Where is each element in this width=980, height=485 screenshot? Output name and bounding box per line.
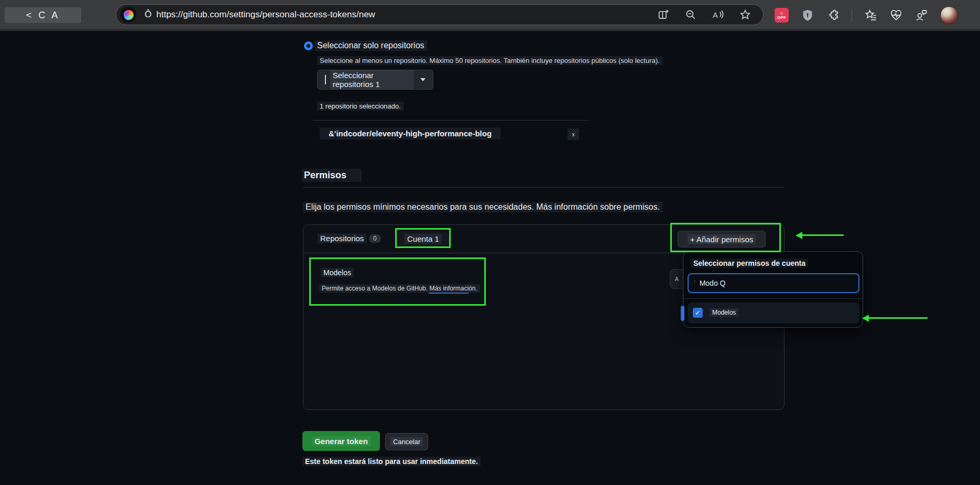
browser-nav-controls[interactable]: < C A <box>5 7 81 23</box>
selected-count-text: 1 repositorio seleccionado. <box>317 102 404 111</box>
password-shield-icon[interactable] <box>801 9 814 21</box>
extension-off-badge[interactable]: ☼ OFF <box>775 8 789 23</box>
permission-search-input[interactable] <box>700 279 853 287</box>
annotation-arrow-option <box>868 317 928 319</box>
feedback-person-icon[interactable] <box>915 9 928 21</box>
annotation-arrow-add-permissions <box>802 234 844 236</box>
radio-label[interactable]: Seleccionar solo repositorios <box>314 40 427 51</box>
select-repositories-button[interactable]: Seleccionar repositorios 1 <box>317 70 433 90</box>
copilot-icon[interactable] <box>121 7 136 23</box>
svg-text:A: A <box>713 11 718 19</box>
profile-avatar[interactable] <box>940 6 958 24</box>
url-text: https://github.com/settings/personal-acc… <box>156 9 375 20</box>
models-permission-title: Modelos <box>321 268 354 277</box>
permission-option-label: Modelos <box>710 308 738 317</box>
permissions-heading-divider <box>303 187 785 188</box>
cursor-artifact <box>325 75 326 84</box>
chevron-down-icon <box>420 78 426 81</box>
popover-title: Seleccionar permisos de cuenta <box>691 258 808 268</box>
browser-essentials-icon[interactable] <box>890 9 902 21</box>
generate-token-button[interactable]: Generar token <box>302 431 380 451</box>
tab-repositories[interactable]: Repositorios <box>318 233 366 243</box>
chrome-bottom-strip <box>0 29 980 31</box>
selected-repo-name: &'indcoder/eleventy-high-performance-blo… <box>320 127 500 139</box>
collections-star-icon[interactable] <box>865 9 877 21</box>
account-permissions-popover: Seleccionar permisos de cuenta ʼ ✓ Model… <box>683 251 863 328</box>
browser-toolbar: < C A Ô https://github.com/settings/pers… <box>0 0 980 29</box>
models-checkbox[interactable]: ✓ <box>693 308 703 318</box>
popover-divider <box>683 298 863 299</box>
zoom-out-icon[interactable] <box>684 8 697 21</box>
add-permissions-button[interactable]: + Añadir permisos <box>678 231 766 247</box>
radio-help-text: Seleccione al menos un repositorio. Máxi… <box>317 56 662 65</box>
split-screen-icon[interactable] <box>657 8 670 21</box>
repo-list-divider <box>313 120 588 121</box>
search-prefix-glyph: ʼ <box>694 279 695 287</box>
cancel-button[interactable]: Cancelar <box>385 433 428 450</box>
permission-search-box[interactable]: ʼ <box>688 273 859 293</box>
extensions-puzzle-icon[interactable] <box>826 9 839 21</box>
favorite-star-icon[interactable] <box>739 8 752 21</box>
token-ready-note: Este token estará listo para usar inmedi… <box>302 457 481 466</box>
tab-repositories-badge: 0 <box>369 234 381 243</box>
screen: < C A Ô https://github.com/settings/pers… <box>0 0 980 485</box>
more-info-link-underline[interactable] <box>429 293 469 294</box>
address-bar[interactable]: Ô https://github.com/settings/personal-a… <box>116 4 764 25</box>
permissions-help-text: Elija los permisos mínimos necesarios pa… <box>303 202 662 212</box>
permissions-heading: Permisos <box>302 169 362 182</box>
option-focus-bar <box>681 306 684 321</box>
permission-option-row[interactable]: ✓ Modelos <box>688 303 859 324</box>
remove-repo-button[interactable]: x <box>568 128 579 140</box>
toolbar-divider <box>852 9 852 21</box>
read-aloud-icon[interactable]: A <box>712 8 724 21</box>
lock-glyph: Ô <box>145 9 151 20</box>
select-repos-only-radio[interactable] <box>304 41 313 50</box>
tab-account[interactable]: Cuenta 1 <box>405 234 442 244</box>
models-permission-description: Permite acceso a Modelos de GitHub. Más … <box>319 284 480 293</box>
